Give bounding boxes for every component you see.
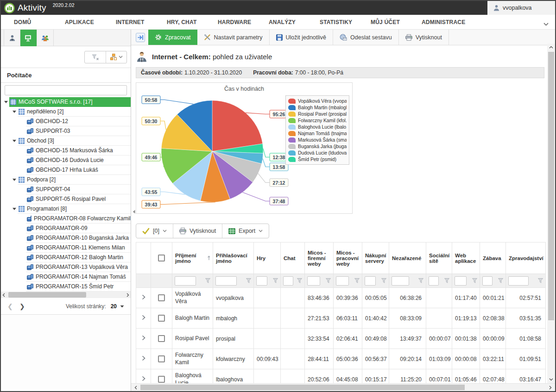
vertical-scrollbar[interactable] (547, 44, 555, 383)
tree-item-support-03[interactable]: SUPPORT-03 (1, 126, 131, 136)
menu-item-domu[interactable]: DOMŮ (14, 19, 65, 25)
column-header-zabava[interactable]: Zábava (480, 243, 506, 274)
tree-item-podpora-2[interactable]: Podpora [2] (1, 175, 131, 185)
tree-expander-icon[interactable] (3, 97, 9, 107)
tree-item-support-05-rosipal-pavel[interactable]: SUPPORT-05 Rosipal Pavel (1, 194, 131, 204)
send-report-button[interactable]: Odeslat sestavu (333, 30, 399, 45)
column-header-socialni-site[interactable]: Sociální sítě (426, 243, 452, 274)
scroll-up-icon[interactable] (547, 44, 555, 51)
tree-item-micos-software-s-r-o-17[interactable]: MiCoS SOFTWARE s.r.o. [17] (1, 97, 131, 107)
tree-expander-icon[interactable] (11, 107, 18, 117)
scroll-left-icon[interactable] (132, 384, 139, 392)
process-button[interactable]: Zpracovat (148, 30, 197, 45)
tree-item-programatori-8[interactable]: Programatori [8] (1, 204, 131, 214)
horizontal-scrollbar[interactable] (131, 383, 555, 391)
filter-input-prihlasovaci-jmeno[interactable] (215, 276, 237, 286)
row-expand-icon[interactable] (142, 294, 145, 300)
grouping-button[interactable] (106, 51, 126, 63)
tree-expander-icon[interactable] (11, 204, 18, 214)
filter-input-nezarazene[interactable] (392, 276, 409, 286)
tree-item-programator-11-klemens-milan[interactable]: PROGRAMATOR-11 Klemens Milan (1, 243, 131, 253)
sidebar-horizontal-scrollbar[interactable] (1, 292, 131, 298)
tree-item-programator-14-najman-tomas[interactable]: PROGRAMATOR-14 Najman Tomáš (1, 272, 131, 282)
scrollbar-thumb[interactable] (548, 52, 554, 320)
tree-item-programator-15-smid-petr[interactable]: PROGRAMATOR-15 Šmíd Petr (1, 282, 131, 292)
menu-item-aplikace[interactable]: APLIKACE (65, 19, 116, 25)
row-checkbox[interactable] (158, 335, 165, 342)
column-header-web-aplikace[interactable]: Web aplikace (452, 243, 480, 274)
row-checkbox[interactable] (158, 355, 165, 362)
menu-item-hry-chat[interactable]: HRY, CHAT (167, 19, 218, 25)
column-header-prihlasovaci-jmeno[interactable]: Přihlašovací jméno (213, 243, 254, 274)
column-header-nezarazene[interactable]: Nezařazené (389, 243, 426, 274)
tree-item-programator-08-folwarczny-kamil[interactable]: PROGRAMATOR-08 Folwarczny Kamil (1, 214, 131, 224)
clear-filter-button[interactable] (85, 51, 106, 63)
set-parameters-button[interactable]: Nastavit parametry (197, 30, 270, 45)
filter-icon[interactable] (273, 278, 278, 283)
row-checkbox[interactable] (158, 294, 165, 301)
pager-prev-icon[interactable]: ❮ (7, 303, 19, 310)
column-header-zpravodajstvi[interactable]: Zpravodajství (506, 243, 546, 274)
user-menu[interactable]: vvopalkova (487, 1, 555, 15)
menu-overflow-icon[interactable] (543, 21, 549, 27)
filter-icon[interactable] (444, 278, 449, 283)
row-expand-icon[interactable] (142, 376, 145, 381)
filter-icon[interactable] (246, 278, 251, 283)
row-expand-icon[interactable] (142, 315, 145, 320)
tree-item-obchod-16-dudova-lucie[interactable]: OBCHOD-16 Dudová Lucie (1, 156, 131, 165)
tab-users[interactable] (4, 30, 20, 46)
tree-item-obchod-17-hrna-lukas[interactable]: OBCHOD-17 Hrňa Lukáš (1, 165, 131, 175)
tab-groups[interactable] (37, 30, 54, 46)
filter-input-micos-pracovni-weby[interactable] (336, 276, 349, 286)
menu-item-hardware[interactable]: HARDWARE (218, 19, 269, 25)
row-expand-icon[interactable] (142, 335, 145, 341)
menu-item-internet[interactable]: INTERNET (116, 19, 167, 25)
column-header-micos-firemni-weby[interactable]: Micos -firemní weby (305, 243, 334, 274)
save-individually-button[interactable]: Uložit jednotlivě (270, 30, 334, 45)
menu-item-administrace[interactable]: ADMINISTRACE (422, 19, 473, 25)
export-button[interactable]: Export (222, 224, 269, 238)
filter-input-hry[interactable] (256, 276, 267, 286)
tree-item-programator-09[interactable]: PROGRAMATOR-09 (1, 224, 131, 233)
toggle-panel-icon[interactable] (136, 33, 145, 42)
filter-icon[interactable] (418, 278, 423, 283)
pager-next-icon[interactable]: ❯ (19, 303, 32, 310)
tree-item-neprideleno-2[interactable]: nepřiděleno [2] (1, 107, 131, 117)
column-header-hry[interactable]: Hry (254, 243, 281, 274)
filter-input-zpravodajstvi[interactable] (508, 276, 529, 286)
tree-item-programator-12-balogh-martin[interactable]: PROGRAMATOR-12 Balogh Martin (1, 253, 131, 262)
filter-icon[interactable] (498, 278, 503, 283)
row-expand-icon[interactable] (142, 355, 145, 361)
filter-icon[interactable] (297, 278, 302, 283)
filter-icon[interactable] (381, 278, 386, 283)
column-header-prijmeni-jmeno[interactable]: Příjmení jméno (172, 243, 213, 274)
tree-item-programator-13-vopalkova-vera[interactable]: PROGRAMATOR-13 Vopálková Věra (1, 262, 131, 272)
filter-input-chat[interactable] (283, 276, 293, 286)
tree-item-obchod-3[interactable]: Obchod [3] (1, 136, 131, 146)
tab-computers[interactable] (20, 30, 37, 46)
tree-expander-icon[interactable] (11, 136, 18, 146)
selection-button[interactable]: [0] (136, 224, 173, 238)
filter-icon[interactable] (326, 278, 331, 283)
filter-icon[interactable] (354, 278, 360, 283)
row-checkbox[interactable] (158, 376, 165, 383)
scroll-down-icon[interactable] (547, 376, 555, 383)
filter-icon[interactable] (472, 278, 477, 283)
select-all-checkbox[interactable] (158, 255, 165, 261)
filter-input-prijmeni-jmeno[interactable] (175, 276, 196, 286)
print-button[interactable]: Vytisknout (399, 30, 449, 45)
tree-item-support-04[interactable]: SUPPORT-04 (1, 185, 131, 194)
column-header-chat[interactable]: Chat (281, 243, 305, 274)
menu-item-statistiky[interactable]: STATISTIKY (320, 19, 371, 25)
row-checkbox[interactable] (158, 315, 165, 322)
filter-icon[interactable] (205, 278, 210, 283)
tree-item-obchod-15-markusova-sarka[interactable]: OBCHOD-15 Markusová Šárka (1, 146, 131, 156)
menu-item-analyzy[interactable]: ANALÝZY (269, 19, 320, 25)
grid-print-button[interactable]: Vytisknout (173, 224, 222, 238)
column-header-nakupni-servery[interactable]: Nákupní servery (362, 243, 389, 274)
filter-input-zabava[interactable] (482, 276, 493, 286)
column-header-micos-pracovni-weby[interactable]: Micos -pracovní weby (334, 243, 362, 274)
filter-icon[interactable] (538, 278, 543, 283)
scrollbar-thumb[interactable] (140, 385, 465, 390)
tree-item-programator-10-buganska-jarka[interactable]: PROGRAMATOR-10 Buganská Jarka (1, 233, 131, 243)
